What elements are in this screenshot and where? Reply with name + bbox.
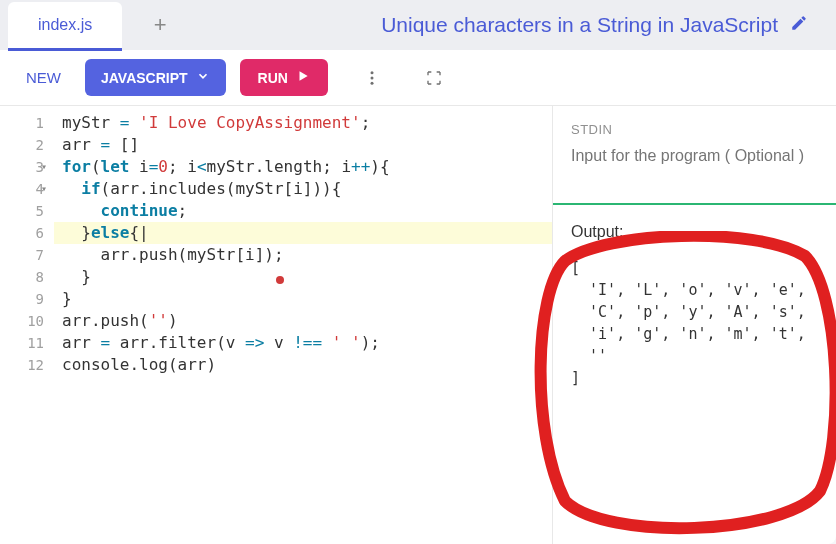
output-label: Output: xyxy=(571,221,818,243)
run-label: RUN xyxy=(258,70,288,86)
tabs-bar: index.js + Unique characters in a String… xyxy=(0,0,836,50)
new-button[interactable]: NEW xyxy=(16,63,71,92)
stdin-section: STDIN xyxy=(553,106,836,205)
pencil-icon[interactable] xyxy=(790,14,808,36)
code-editor[interactable]: 123456789101112 myStr = 'I Love CopyAssi… xyxy=(0,106,552,544)
output-content: [ 'I', 'L', 'o', 'v', 'e', 'C', 'p', 'y'… xyxy=(571,257,818,389)
fullscreen-icon[interactable] xyxy=(416,60,452,96)
code-area[interactable]: myStr = 'I Love CopyAssignment';arr = []… xyxy=(54,106,552,544)
svg-point-3 xyxy=(370,81,373,84)
code-line[interactable]: } xyxy=(62,266,544,288)
code-line[interactable]: } xyxy=(62,288,544,310)
code-line[interactable]: }else{| xyxy=(54,222,552,244)
breakpoint-dot xyxy=(276,276,284,284)
chevron-down-icon xyxy=(196,69,210,86)
play-icon xyxy=(296,69,310,86)
svg-marker-0 xyxy=(299,71,307,80)
page-title: Unique characters in a String in JavaScr… xyxy=(381,13,778,37)
svg-point-1 xyxy=(370,71,373,74)
code-line[interactable]: arr = [] xyxy=(62,134,544,156)
tab-file[interactable]: index.js xyxy=(8,2,122,51)
language-label: JAVASCRIPT xyxy=(101,70,188,86)
code-line[interactable]: arr.push('') xyxy=(62,310,544,332)
add-tab-button[interactable]: + xyxy=(142,7,178,43)
stdin-input[interactable] xyxy=(571,147,818,183)
language-selector[interactable]: JAVASCRIPT xyxy=(85,59,226,96)
toolbar: NEW JAVASCRIPT RUN xyxy=(0,50,836,106)
stdin-label: STDIN xyxy=(571,122,818,137)
code-line[interactable]: if(arr.includes(myStr[i])){ xyxy=(62,178,544,200)
io-panel: STDIN Output: [ 'I', 'L', 'o', 'v', 'e',… xyxy=(552,106,836,544)
code-line[interactable]: continue; xyxy=(62,200,544,222)
output-section: Output: [ 'I', 'L', 'o', 'v', 'e', 'C', … xyxy=(553,205,836,544)
code-line[interactable]: arr.push(myStr[i]); xyxy=(62,244,544,266)
line-gutter: 123456789101112 xyxy=(0,106,54,544)
svg-point-2 xyxy=(370,76,373,79)
code-line[interactable]: myStr = 'I Love CopyAssignment'; xyxy=(62,112,544,134)
code-line[interactable]: for(let i=0; i<myStr.length; i++){ xyxy=(62,156,544,178)
code-line[interactable]: arr = arr.filter(v => v !== ' '); xyxy=(62,332,544,354)
code-line[interactable]: console.log(arr) xyxy=(62,354,544,376)
more-menu-button[interactable] xyxy=(354,60,390,96)
run-button[interactable]: RUN xyxy=(240,59,328,96)
